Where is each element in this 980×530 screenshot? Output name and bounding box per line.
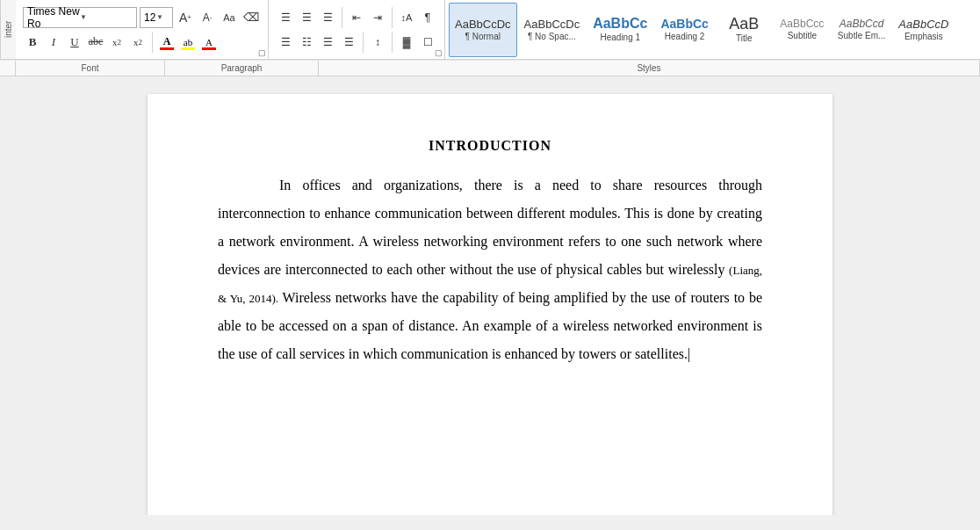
decrease-indent-button[interactable]: ⇤ — [347, 8, 366, 27]
styles-section-label: Styles — [319, 61, 980, 76]
style-title-label: Title — [736, 33, 753, 43]
style-title-preview: AaB — [729, 16, 759, 32]
style-emphasis-label: Emphasis — [904, 32, 943, 41]
style-heading2-label: Heading 2 — [665, 32, 705, 41]
style-subtle-em[interactable]: AaBbCcd Subtle Em... — [832, 3, 891, 57]
ribbon: inter Times New Ro ▼ 12 ▼ A+ A- Aa ⌫ B — [0, 0, 980, 76]
style-normal-preview: AaBbCcDc — [455, 18, 511, 30]
strikethrough-button[interactable]: abc — [86, 33, 105, 52]
style-normal[interactable]: AaBbCcDc ¶ Normal — [449, 3, 517, 57]
font-section-label: Font — [16, 61, 165, 76]
grow-font-button[interactable]: A+ — [176, 8, 195, 27]
sort-button[interactable]: ↕A — [397, 8, 416, 27]
style-heading1-label: Heading 1 — [600, 33, 640, 42]
para-sep3 — [363, 32, 364, 53]
style-emphasis[interactable]: AaBbCcD Emphasis — [892, 3, 955, 57]
document-title: INTRODUCTION — [218, 138, 762, 154]
font-size-arrow: ▼ — [156, 13, 169, 21]
style-heading1-preview: AaBbCc — [593, 17, 647, 31]
bold-button[interactable]: B — [23, 33, 42, 52]
shrink-font-button[interactable]: A- — [198, 8, 217, 27]
line-spacing-button[interactable]: ↕ — [368, 33, 387, 52]
font-size-dropdown[interactable]: 12 ▼ — [140, 7, 173, 28]
text-cursor — [688, 346, 690, 361]
style-normal-label: ¶ Normal — [465, 32, 501, 41]
body-text-3: Wireless networks have the capability of… — [218, 290, 762, 361]
document-area: INTRODUCTION In offices and organization… — [0, 76, 980, 515]
increase-indent-button[interactable]: ⇥ — [368, 8, 387, 27]
ribbon-labels-row: Font Paragraph Styles — [0, 60, 980, 76]
style-no-spacing-preview: AaBbCcDc — [524, 18, 580, 30]
style-heading2[interactable]: AaBbCc Heading 2 — [654, 3, 714, 57]
numbering-button[interactable]: ☰ — [297, 8, 316, 27]
change-case-button[interactable]: Aa — [220, 8, 239, 27]
font-name-arrow: ▼ — [80, 13, 133, 21]
align-left-button[interactable]: ☰ — [276, 33, 295, 52]
style-heading2-preview: AaBbCc — [660, 18, 708, 30]
style-no-spacing[interactable]: AaBbCcDc ¶ No Spac... — [518, 3, 587, 57]
font-name-dropdown[interactable]: Times New Ro ▼ — [23, 7, 137, 28]
paragraph-expand-icon[interactable]: ▢ — [435, 48, 443, 57]
style-subtitle-label: Subtitle — [788, 31, 817, 40]
printer-label: inter — [0, 0, 16, 59]
styles-section: AaBbCcDc ¶ Normal AaBbCcDc ¶ No Spac... … — [445, 0, 980, 59]
font-shading-button[interactable]: A — [199, 33, 219, 52]
underline-button[interactable]: U — [65, 33, 84, 52]
style-emphasis-preview: AaBbCcD — [898, 18, 948, 30]
style-subtitle[interactable]: AaBbCcc Subtitle — [774, 3, 831, 57]
body-text-1: In offices and organizations, there is a… — [218, 178, 762, 277]
style-subtle-em-preview: AaBbCcd — [839, 18, 884, 29]
para-sep4 — [392, 32, 393, 53]
shading-button[interactable]: ▓ — [397, 33, 416, 52]
style-heading1[interactable]: AaBbCc Heading 1 — [587, 3, 653, 57]
style-title[interactable]: AaB Title — [716, 3, 773, 57]
bullets-button[interactable]: ☰ — [276, 8, 295, 27]
para-sep2 — [392, 7, 393, 28]
justify-button[interactable]: ☰ — [339, 33, 358, 52]
style-subtle-em-label: Subtle Em... — [838, 31, 885, 40]
font-expand-icon[interactable]: ▢ — [258, 48, 266, 57]
multilevel-button[interactable]: ☰ — [318, 8, 337, 27]
font-section: Times New Ro ▼ 12 ▼ A+ A- Aa ⌫ B I U abc… — [16, 0, 269, 59]
italic-button[interactable]: I — [44, 33, 63, 52]
style-subtitle-preview: AaBbCcc — [780, 18, 824, 29]
align-center-button[interactable]: ☷ — [297, 33, 316, 52]
show-marks-button[interactable]: ¶ — [418, 8, 437, 27]
font-sep1 — [152, 32, 153, 53]
paragraph-section: ☰ ☰ ☰ ⇤ ⇥ ↕A ¶ ☰ ☷ ☰ ☰ ↕ ▓ — [269, 0, 445, 59]
highlight-button[interactable]: ab — [178, 33, 198, 52]
document-body[interactable]: In offices and organizations, there is a… — [218, 171, 762, 368]
document-page[interactable]: INTRODUCTION In offices and organization… — [148, 94, 832, 515]
subscript-button[interactable]: x2 — [107, 33, 126, 52]
superscript-button[interactable]: x2 — [128, 33, 148, 52]
clear-format-button[interactable]: ⌫ — [241, 8, 261, 27]
align-right-button[interactable]: ☰ — [318, 33, 337, 52]
para-sep1 — [342, 7, 342, 28]
paragraph-section-label: Paragraph — [165, 61, 319, 76]
font-color-button[interactable]: A — [157, 33, 177, 52]
style-no-spacing-label: ¶ No Spac... — [528, 32, 576, 41]
